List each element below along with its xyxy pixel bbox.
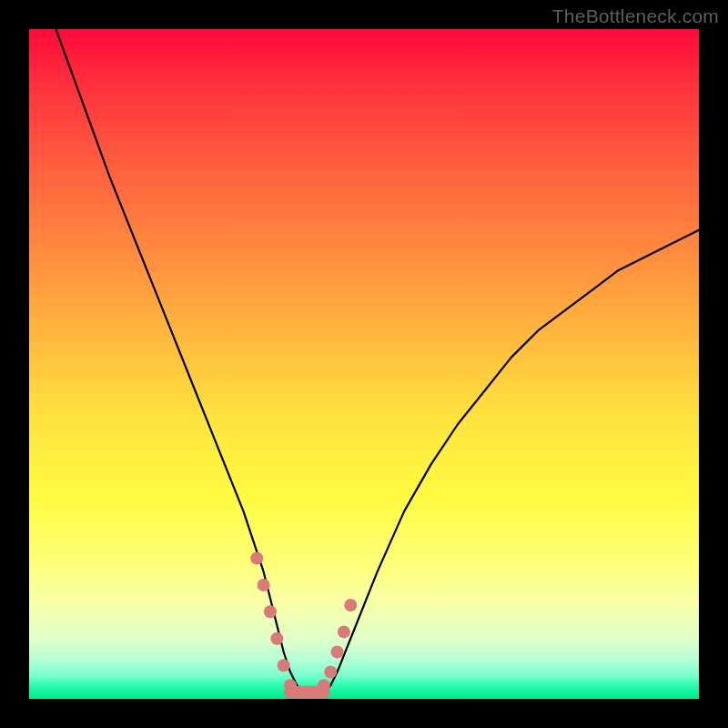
- trough-marker: [331, 645, 344, 658]
- trough-marker: [264, 605, 277, 618]
- trough-marker: [250, 551, 263, 564]
- chart-svg: [0, 0, 728, 728]
- bottleneck-curve: [56, 29, 699, 693]
- trough-marker: [344, 599, 357, 612]
- trough-marker: [278, 659, 290, 672]
- trough-marker: [258, 579, 270, 592]
- chart-frame: TheBottleneck.com: [0, 0, 728, 728]
- trough-marker: [318, 679, 330, 692]
- trough-marker: [284, 679, 297, 692]
- trough-markers-group: [250, 551, 357, 692]
- curve-group: [56, 29, 699, 693]
- trough-marker: [324, 666, 337, 679]
- trough-marker: [270, 632, 283, 645]
- trough-marker: [338, 625, 350, 638]
